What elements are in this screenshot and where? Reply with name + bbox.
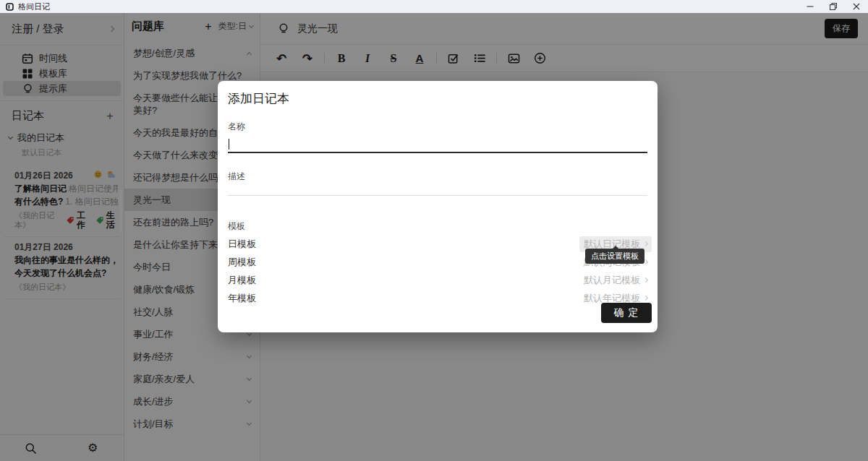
template-label: 模板 xyxy=(228,220,647,233)
template-rows: 日模板默认日记模板周模板默认周记模板月模板默认月记模板年模板默认年记模板 xyxy=(228,235,647,307)
app-logo-icon xyxy=(6,3,14,11)
template-row-3: 年模板默认年记模板 xyxy=(228,289,647,307)
close-icon[interactable] xyxy=(845,0,868,13)
name-label: 名称 xyxy=(228,121,647,133)
template-row-label: 周模板 xyxy=(228,256,256,269)
template-row-label: 日模板 xyxy=(228,238,256,251)
tooltip: 点击设置模板 xyxy=(585,249,644,264)
template-row-label: 年模板 xyxy=(228,292,256,305)
minimize-icon[interactable] xyxy=(799,0,822,13)
template-row-value[interactable]: 默认月记模板 xyxy=(584,274,647,287)
description-input[interactable] xyxy=(228,183,647,196)
template-row-1: 周模板默认周记模板 xyxy=(228,253,647,271)
confirm-button[interactable]: 确 定 xyxy=(601,303,652,323)
maximize-icon[interactable] xyxy=(822,0,845,13)
modal-title: 添加日记本 xyxy=(228,90,647,107)
chevron-right-icon xyxy=(643,277,648,283)
description-label: 描述 xyxy=(228,171,647,183)
app-title: 格间日记 xyxy=(18,1,50,12)
chevron-right-icon xyxy=(643,241,648,246)
template-row-2: 月模板默认月记模板 xyxy=(228,271,647,289)
titlebar: 格间日记 xyxy=(0,0,868,13)
add-diary-modal: 添加日记本 名称 描述 模板 日模板默认日记模板周模板默认周记模板月模板默认月记… xyxy=(218,81,658,332)
chevron-right-icon xyxy=(643,296,648,301)
template-row-0: 日模板默认日记模板 xyxy=(228,235,647,253)
name-input[interactable] xyxy=(228,134,647,153)
template-row-label: 月模板 xyxy=(228,274,256,287)
text-caret xyxy=(229,139,229,150)
